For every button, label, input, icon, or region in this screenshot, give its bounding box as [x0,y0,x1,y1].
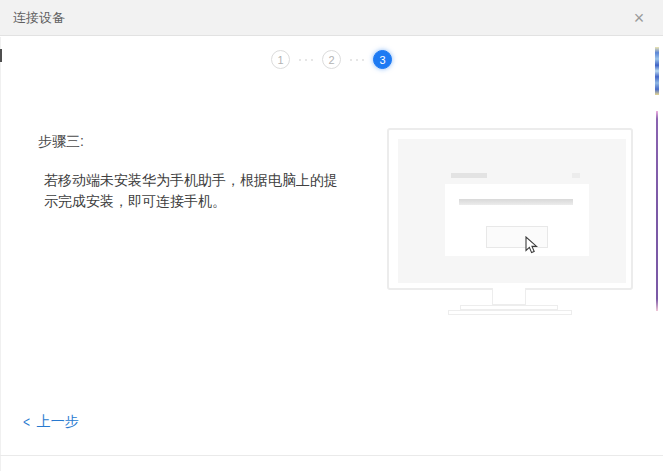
connect-device-dialog: 连接设备 × 1 2 3 步骤三: 若移动端未安装华为手机助手，根据电脑上的提示… [0,0,663,471]
dialog-left-edge-line [0,37,1,471]
window-title: 连接设备 [13,0,65,36]
arrow-cursor-icon [525,236,538,254]
monitor-screen [398,139,626,283]
step-1-indicator: 1 [271,50,290,69]
step-indicator: 1 2 3 [0,50,663,69]
step-connector [299,59,313,61]
mock-install-button [486,226,548,248]
mock-dialog-title-line [451,173,487,178]
background-window-edge-right [656,111,658,311]
instruction-block: 步骤三: 若移动端未安装华为手机助手，根据电脑上的提示完成安装，即可连接手机。 [38,133,358,212]
monitor-stand-neck [492,288,526,305]
previous-step-button[interactable]: < 上一步 [22,413,79,431]
step-heading: 步骤三: [38,133,358,151]
dialog-bottom-edge-line [0,455,663,456]
chevron-left-icon: < [23,415,30,429]
instruction-text: 若移动端未安装华为手机助手，根据电脑上的提示完成安装，即可连接手机。 [38,170,350,212]
title-bar: 连接设备 × [0,0,663,36]
mock-dialog-body [445,184,589,256]
mock-close-icon [572,173,580,178]
mock-text-line [459,199,573,205]
background-window-sliver-left [0,49,2,62]
background-icon-sliver-right [655,47,659,95]
step-3-indicator-active: 3 [373,50,392,69]
step-connector [350,59,364,61]
step-2-indicator: 2 [322,50,341,69]
monitor-stand-base [448,310,572,315]
mock-install-dialog [445,170,589,256]
monitor-illustration [387,128,633,320]
close-icon[interactable]: × [624,3,654,33]
previous-step-label: 上一步 [37,413,79,431]
monitor-bezel [387,128,633,290]
